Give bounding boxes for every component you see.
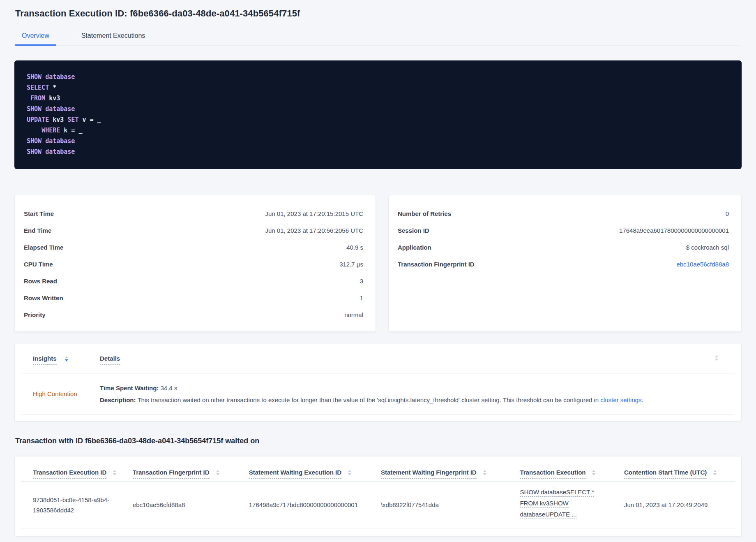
- summary-row-retries: Number of Retries 0: [398, 210, 729, 227]
- sort-icon[interactable]: [113, 470, 116, 475]
- waited-on-header-row: Transaction Execution ID Transaction Fin…: [21, 456, 735, 482]
- row-value: 1: [360, 294, 363, 301]
- insight-row: High Contention Time Spent Waiting: 34.4…: [21, 373, 735, 415]
- summary-row-rows-read: Rows Read 3: [24, 278, 363, 294]
- col-header-txn-execution-id[interactable]: Transaction Execution ID: [21, 456, 133, 482]
- summary-row-application: Application $ cockroach sql: [398, 244, 729, 261]
- cell-stmt-waiting-fingerprint-id: \xdb8922f077541dda: [381, 482, 520, 528]
- summary-row-end-time: End Time Jun 01, 2023 at 17:20:56:2056 U…: [24, 227, 363, 244]
- col-header-contention-start-time[interactable]: Contention Start Time (UTC): [624, 456, 735, 482]
- insight-waiting-line: Time Spent Waiting: 34.4 s: [100, 382, 718, 394]
- summary-row-txn-fingerprint: Transaction Fingerprint ID ebc10ae56cfd8…: [398, 261, 729, 278]
- insight-description-line: Description: This transaction waited on …: [100, 394, 718, 406]
- row-value: Jun 01, 2023 at 17:20:56:2056 UTC: [265, 227, 363, 234]
- waited-on-table-card: Transaction Execution ID Transaction Fin…: [14, 456, 742, 536]
- tab-overview[interactable]: Overview: [15, 29, 56, 46]
- row-label: Start Time: [24, 210, 54, 217]
- sql-line: SHOW database: [27, 104, 733, 114]
- row-value: $ cockroach sql: [686, 244, 729, 251]
- sort-icon[interactable]: [216, 470, 219, 475]
- sort-icon[interactable]: [65, 356, 68, 361]
- sort-icon[interactable]: [483, 470, 486, 475]
- col-header-txn-execution[interactable]: Transaction Execution: [520, 456, 624, 482]
- transaction-fingerprint-link[interactable]: ebc10ae56cfd88a8: [676, 261, 729, 268]
- row-value: 3: [360, 278, 363, 285]
- sort-icon[interactable]: [713, 470, 717, 475]
- row-label: Number of Retries: [398, 210, 451, 217]
- row-label: Elapsed Time: [24, 244, 63, 251]
- insights-card: Insights Details High Contention Time Sp…: [14, 344, 742, 421]
- summary-row-cpu-time: CPU Time 312.7 µs: [24, 261, 363, 278]
- sql-line: UPDATE kv3 SET v = _: [27, 114, 733, 125]
- summary-row-priority: Priority normal: [24, 311, 363, 328]
- insights-table-header: Insights Details: [21, 344, 735, 373]
- row-value: 40.9 s: [346, 244, 363, 251]
- tab-bar: Overview Statement Executions: [14, 29, 742, 46]
- waited-on-table: Transaction Execution ID Transaction Fin…: [21, 456, 735, 528]
- row-label: Transaction Fingerprint ID: [398, 261, 475, 268]
- row-label: CPU Time: [24, 261, 53, 268]
- summary-row-session-id: Session ID 17648a9eea6017800000000000000…: [398, 227, 729, 244]
- sql-line: SELECT *: [27, 82, 733, 93]
- insight-details: Time Spent Waiting: 34.4 s Description: …: [100, 382, 735, 406]
- details-column-header[interactable]: Details: [100, 355, 120, 362]
- row-value: Jun 01, 2023 at 17:20:15:2015 UTC: [265, 210, 363, 217]
- cluster-settings-link[interactable]: cluster settings: [600, 396, 641, 403]
- cell-txn-execution: SHOW databaseSELECT * FROM kv3SHOW datab…: [520, 482, 624, 528]
- waiting-value: 34.4 s: [161, 384, 177, 391]
- row-label: End Time: [24, 227, 51, 234]
- row-label: Rows Read: [24, 278, 57, 285]
- details-header-label[interactable]: Details: [100, 355, 120, 365]
- cell-contention-start-time: Jun 01, 2023 at 17:20:49:2049: [624, 482, 735, 528]
- summary-cards-row: Start Time Jun 01, 2023 at 17:20:15:2015…: [14, 195, 742, 332]
- row-value: 312.7 µs: [339, 261, 363, 268]
- col-header-stmt-waiting-fingerprint-id[interactable]: Statement Waiting Fingerprint ID: [381, 456, 520, 482]
- row-label: Session ID: [398, 227, 429, 234]
- transaction-details-page: Transaction Execution ID: f6be6366-da03-…: [0, 8, 756, 536]
- waited-on-heading: Transaction with ID f6be6366-da03-48de-a…: [15, 437, 742, 445]
- cell-stmt-waiting-execution-id: 176498a9c717bdc80000000000000001: [249, 482, 381, 528]
- summary-row-elapsed-time: Elapsed Time 40.9 s: [24, 244, 363, 261]
- row-value: 0: [726, 210, 729, 217]
- description-suffix: .: [641, 396, 643, 403]
- page-title: Transaction Execution ID: f6be6366-da03-…: [15, 8, 742, 19]
- waited-on-data-row: 9738d051-bc0e-4158-a9b4-1903586ddd42 ebc…: [21, 482, 735, 528]
- col-header-stmt-waiting-execution-id[interactable]: Statement Waiting Execution ID: [249, 456, 381, 482]
- insight-type-badge: High Contention: [21, 390, 100, 397]
- row-label: Priority: [24, 311, 46, 318]
- cell-txn-execution-id: 9738d051-bc0e-4158-a9b4-1903586ddd42: [21, 482, 133, 528]
- sort-icon[interactable]: [592, 470, 595, 475]
- execution-summary-card: Start Time Jun 01, 2023 at 17:20:15:2015…: [14, 195, 376, 332]
- sort-icon[interactable]: [348, 470, 351, 475]
- description-text: This transaction waited on other transac…: [137, 396, 600, 403]
- sql-line: WHERE k = _: [27, 125, 733, 136]
- description-label: Description:: [100, 396, 136, 403]
- row-value: normal: [344, 311, 363, 318]
- col-header-txn-fingerprint-id[interactable]: Transaction Fingerprint ID: [133, 456, 249, 482]
- summary-row-start-time: Start Time Jun 01, 2023 at 17:20:15:2015…: [24, 210, 363, 227]
- tab-statement-executions[interactable]: Statement Executions: [75, 29, 152, 46]
- transaction-execution-link[interactable]: SHOW databaseSELECT * FROM kv3SHOW datab…: [520, 488, 615, 519]
- session-summary-card: Number of Retries 0 Session ID 17648a9ee…: [388, 195, 742, 332]
- insights-header-label[interactable]: Insights: [33, 355, 57, 365]
- sql-statements-box: SHOW databaseSELECT * FROM kv3SHOW datab…: [14, 60, 742, 169]
- sort-icon[interactable]: [715, 355, 718, 361]
- sql-line: SHOW database: [27, 72, 733, 82]
- row-value: 17648a9eea6017800000000000000001: [619, 227, 729, 234]
- summary-row-rows-written: Rows Written 1: [24, 294, 363, 311]
- row-label: Rows Written: [24, 294, 63, 301]
- sql-line: FROM kv3: [27, 93, 733, 104]
- sql-line: SHOW database: [27, 146, 733, 157]
- cell-txn-fingerprint-id: ebc10ae56cfd88a8: [133, 482, 249, 528]
- waiting-label: Time Spent Waiting:: [100, 384, 159, 391]
- insights-column-header[interactable]: Insights: [21, 355, 100, 362]
- sql-line: SHOW database: [27, 136, 733, 146]
- row-label: Application: [398, 244, 431, 251]
